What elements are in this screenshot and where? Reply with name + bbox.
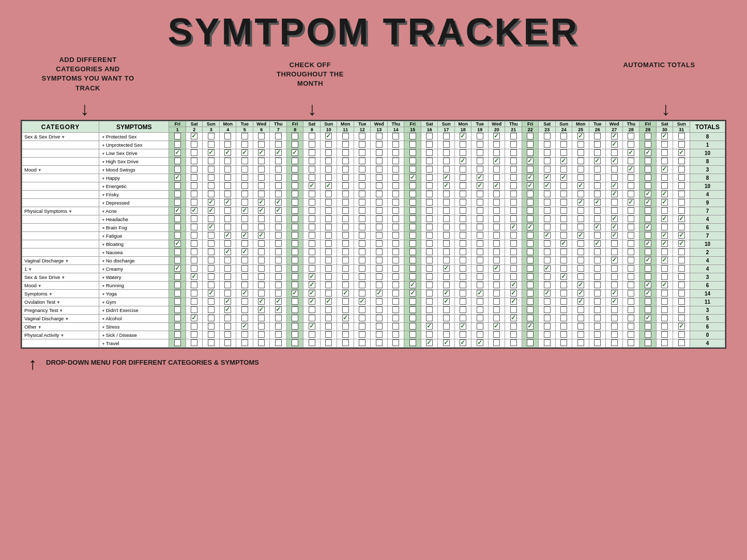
- checkbox[interactable]: [443, 207, 450, 214]
- checkbox-cell[interactable]: [404, 158, 421, 166]
- checkbox-cell[interactable]: [589, 265, 606, 273]
- checkbox[interactable]: [342, 248, 349, 255]
- checkbox-cell[interactable]: [471, 224, 489, 232]
- checkbox-cell[interactable]: [539, 133, 556, 141]
- checkbox[interactable]: [241, 257, 248, 263]
- checkbox-cell[interactable]: [505, 323, 522, 331]
- checkbox-cell[interactable]: [539, 174, 556, 182]
- checkbox-cell[interactable]: [488, 240, 505, 248]
- checkbox[interactable]: [241, 273, 248, 280]
- checkbox-cell[interactable]: [387, 191, 404, 199]
- checkbox-cell[interactable]: [404, 141, 421, 149]
- checkbox-cell[interactable]: [387, 141, 404, 149]
- checkbox-cell[interactable]: [337, 331, 354, 339]
- checkbox-cell[interactable]: [320, 207, 337, 215]
- checkbox-cell[interactable]: [186, 323, 203, 331]
- checkbox-cell[interactable]: [589, 224, 606, 232]
- checkbox-cell[interactable]: [572, 166, 589, 174]
- checkbox[interactable]: [309, 166, 315, 173]
- checkbox[interactable]: [392, 298, 399, 305]
- checkbox-cell[interactable]: [454, 199, 471, 207]
- checkbox[interactable]: [544, 323, 551, 330]
- checkbox-cell[interactable]: [639, 240, 657, 248]
- checkbox[interactable]: [628, 273, 634, 280]
- checkbox-cell[interactable]: [572, 248, 589, 257]
- checkbox-cell[interactable]: [505, 248, 522, 257]
- checkbox[interactable]: [661, 215, 668, 222]
- checkbox-cell[interactable]: [186, 331, 203, 339]
- checkbox-cell[interactable]: [421, 133, 438, 141]
- checkbox[interactable]: [409, 339, 416, 346]
- checkbox[interactable]: [275, 232, 282, 239]
- checkbox-cell[interactable]: [639, 182, 657, 191]
- checkbox-cell[interactable]: [219, 273, 236, 282]
- checkbox[interactable]: [275, 224, 282, 230]
- checkbox[interactable]: [611, 215, 618, 222]
- checkbox[interactable]: [594, 158, 601, 164]
- checkbox-cell[interactable]: [606, 323, 623, 331]
- checkbox[interactable]: [426, 224, 433, 230]
- checkbox[interactable]: [325, 248, 332, 255]
- checkbox-cell[interactable]: [253, 265, 270, 273]
- checkbox-cell[interactable]: [303, 166, 321, 174]
- checkbox[interactable]: [611, 306, 618, 313]
- checkbox[interactable]: [241, 240, 248, 247]
- checkbox[interactable]: [342, 232, 349, 239]
- checkbox[interactable]: [258, 339, 265, 346]
- checkbox-cell[interactable]: [622, 315, 639, 323]
- checkbox-cell[interactable]: [219, 323, 236, 331]
- checkbox[interactable]: [577, 257, 584, 263]
- checkbox-cell[interactable]: [337, 257, 354, 265]
- checkbox-cell[interactable]: [253, 248, 270, 257]
- checkbox[interactable]: [628, 199, 634, 206]
- checkbox[interactable]: [258, 240, 265, 247]
- checkbox[interactable]: [191, 323, 197, 330]
- checkbox-cell[interactable]: [639, 265, 657, 273]
- checkbox-cell[interactable]: [454, 182, 471, 191]
- checkbox[interactable]: [409, 323, 416, 330]
- checkbox-cell[interactable]: [253, 257, 270, 265]
- checkbox[interactable]: [645, 257, 651, 263]
- checkbox-cell[interactable]: [404, 273, 421, 282]
- checkbox[interactable]: [224, 257, 231, 263]
- checkbox-cell[interactable]: [673, 141, 690, 149]
- checkbox[interactable]: [527, 339, 533, 346]
- checkbox[interactable]: [510, 174, 517, 181]
- checkbox[interactable]: [258, 282, 265, 288]
- checkbox-cell[interactable]: [286, 141, 303, 149]
- checkbox-cell[interactable]: [404, 166, 421, 174]
- checkbox[interactable]: [309, 207, 315, 214]
- checkbox[interactable]: [325, 339, 332, 346]
- checkbox[interactable]: [174, 339, 181, 346]
- checkbox[interactable]: [678, 199, 685, 206]
- checkbox-cell[interactable]: [387, 331, 404, 339]
- checkbox-cell[interactable]: [169, 215, 186, 224]
- checkbox-cell[interactable]: [354, 306, 371, 315]
- checkbox[interactable]: [426, 166, 433, 173]
- checkbox[interactable]: [359, 191, 365, 197]
- checkbox[interactable]: [527, 182, 533, 189]
- checkbox[interactable]: [359, 290, 365, 297]
- checkbox-cell[interactable]: [219, 331, 236, 339]
- checkbox[interactable]: [560, 149, 567, 156]
- checkbox[interactable]: [477, 133, 483, 139]
- checkbox[interactable]: [359, 174, 365, 181]
- checkbox-cell[interactable]: [656, 273, 673, 282]
- checkbox[interactable]: [359, 248, 365, 255]
- checkbox[interactable]: [560, 166, 567, 173]
- checkbox[interactable]: [208, 191, 215, 197]
- checkbox[interactable]: [376, 339, 383, 346]
- checkbox[interactable]: [325, 282, 332, 288]
- checkbox-cell[interactable]: [505, 290, 522, 298]
- checkbox-cell[interactable]: [471, 207, 489, 215]
- checkbox[interactable]: [309, 232, 315, 239]
- checkbox-cell[interactable]: [387, 174, 404, 182]
- checkbox[interactable]: [678, 133, 685, 139]
- checkbox-cell[interactable]: [572, 257, 589, 265]
- checkbox-cell[interactable]: [169, 298, 186, 306]
- checkbox-cell[interactable]: [186, 273, 203, 282]
- checkbox-cell[interactable]: [169, 199, 186, 207]
- checkbox-cell[interactable]: [286, 191, 303, 199]
- checkbox-cell[interactable]: [270, 315, 287, 323]
- checkbox-cell[interactable]: [404, 339, 421, 348]
